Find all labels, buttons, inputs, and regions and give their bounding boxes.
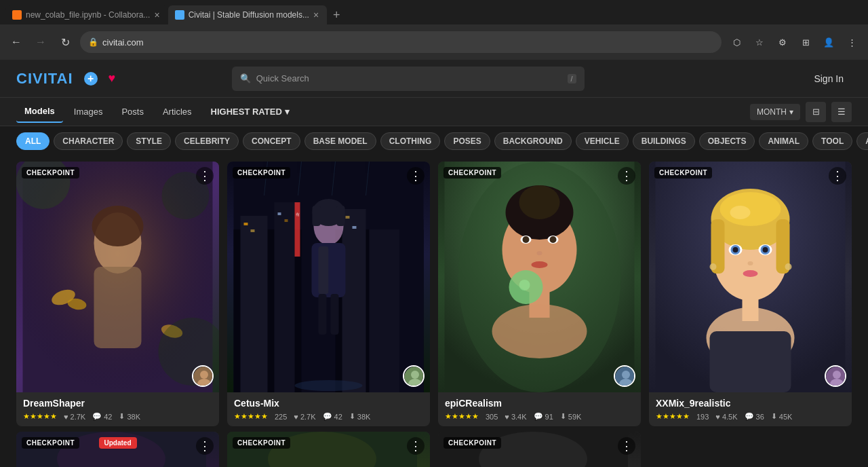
updated-badge: Updated	[99, 437, 137, 449]
card-bottom-2[interactable]: CHECKPOINT ⋮	[227, 432, 430, 467]
card-xxmix-menu[interactable]: ⋮	[829, 167, 846, 185]
cat-celebrity[interactable]: CELEBRITY	[175, 132, 239, 150]
card-cetus-menu[interactable]: ⋮	[407, 167, 425, 185]
back-button[interactable]: ←	[7, 33, 26, 52]
cat-buildings[interactable]: BUILDINGS	[633, 132, 695, 150]
card-bottom-3-menu[interactable]: ⋮	[618, 437, 635, 455]
xxmix-stars: ★★★★★	[656, 412, 690, 421]
sign-in-button[interactable]: Sign In	[806, 69, 852, 88]
layout-button[interactable]: ☰	[831, 102, 852, 122]
svg-rect-16	[241, 216, 268, 392]
card-bottom-3-image: CHECKPOINT ⋮	[438, 432, 641, 467]
profile-button[interactable]: 👤	[819, 33, 838, 52]
cat-animal[interactable]: ANIMAL	[759, 132, 808, 150]
more-button[interactable]: ⋮	[842, 33, 861, 52]
cetus-downloads: ⬇ 38K	[349, 412, 371, 421]
svg-rect-26	[346, 216, 350, 219]
search-bar[interactable]: 🔍 Quick Search /	[232, 67, 585, 91]
card-dreamshapers-info: DreamShaper ★★★★★ ♥ 2.7K 💬 42 ⬇ 38K	[16, 392, 219, 426]
cat-action[interactable]: ACTION	[856, 132, 868, 150]
nav-images[interactable]: Images	[66, 101, 111, 122]
cat-clothing[interactable]: CLOTHING	[380, 132, 441, 150]
card-epic-avatar	[614, 365, 635, 387]
search-shortcut: /	[568, 74, 576, 83]
filter-icon: ⊟	[812, 107, 820, 117]
puzzle-button[interactable]: ⚙	[773, 33, 792, 52]
cetus-likes: ♥ 2.7K	[294, 413, 315, 421]
logo-heart-icon[interactable]: ♥	[108, 71, 116, 86]
browser-tab-colab[interactable]: new_colab_file.ipynb - Collabora... ×	[5, 5, 168, 24]
address-text: civitai.com	[102, 37, 144, 48]
civitai-tab-close[interactable]: ×	[313, 10, 319, 20]
cetus-stars: ★★★★★	[234, 412, 268, 421]
nav-posts[interactable]: Posts	[113, 101, 152, 122]
epic-rating-count: 305	[486, 413, 498, 421]
colab-tab-close[interactable]: ×	[154, 10, 159, 20]
card-epic[interactable]: CHECKPOINT ⋮ epiCRealism ★★★★★ 305 ♥	[438, 162, 641, 426]
address-bar[interactable]: 🔒 civitai.com	[80, 31, 722, 53]
search-icon: 🔍	[240, 73, 251, 83]
cat-base-model[interactable]: BASE MODEL	[304, 132, 376, 150]
colab-tab-label: new_colab_file.ipynb - Collabora...	[26, 10, 150, 20]
card-bottom-2-image: CHECKPOINT ⋮	[227, 432, 430, 467]
subnav-right: MONTH ▾ ⊟ ☰	[750, 102, 852, 122]
card-dreamshapers-stats: ★★★★★ ♥ 2.7K 💬 42 ⬇ 38K	[23, 412, 212, 421]
period-button[interactable]: MONTH ▾	[750, 104, 800, 120]
top-navigation: CIVITAI + ♥ 🔍 Quick Search / Sign In	[0, 60, 868, 98]
xxmix-likes: ♥ 4.5K	[715, 413, 737, 421]
card-xxmix-title: XXMix_9realistic	[656, 398, 845, 409]
split-view-button[interactable]: ⊞	[796, 33, 815, 52]
cat-style[interactable]: STYLE	[127, 132, 171, 150]
card-bottom-2-menu[interactable]: ⋮	[407, 437, 425, 455]
svg-rect-39	[319, 246, 329, 294]
card-xxmix[interactable]: CHECKPOINT ⋮ XXMix_9realistic ★★★★★ 193	[649, 162, 852, 426]
card-bottom-3[interactable]: CHECKPOINT ⋮	[438, 432, 641, 467]
svg-point-83	[785, 263, 792, 270]
nav-articles[interactable]: Articles	[155, 101, 200, 122]
cat-concept[interactable]: CONCEPT	[243, 132, 300, 150]
card-dreamshapers-badge: CHECKPOINT	[22, 167, 79, 179]
svg-point-45	[411, 371, 419, 379]
cat-background[interactable]: BACKGROUND	[494, 132, 572, 150]
browser-actions: ⬡ ☆ ⚙ ⊞ 👤 ⋮	[727, 33, 861, 52]
svg-point-53	[523, 236, 530, 243]
new-tab-button[interactable]: +	[327, 5, 346, 24]
svg-point-56	[537, 251, 542, 255]
filter-button[interactable]: ⊟	[806, 102, 826, 122]
cat-objects[interactable]: OBJECTS	[699, 132, 755, 150]
colab-favicon	[12, 10, 22, 20]
cat-vehicle[interactable]: VEHICLE	[576, 132, 629, 150]
cat-all[interactable]: ALL	[16, 132, 50, 150]
lock-icon: 🔒	[88, 37, 98, 47]
forward-button[interactable]: →	[31, 33, 50, 52]
period-label: MONTH	[757, 107, 787, 117]
refresh-button[interactable]: ↻	[56, 33, 75, 52]
card-cetus[interactable]: 有	[227, 162, 430, 426]
cat-tool[interactable]: TOOL	[812, 132, 852, 150]
card-bottom-1[interactable]: CHECKPOINT Updated ⋮	[16, 432, 219, 467]
search-placeholder: Quick Search	[256, 73, 309, 83]
card-bottom-1-image: CHECKPOINT Updated ⋮	[16, 432, 219, 467]
site-content: CIVITAI + ♥ 🔍 Quick Search / Sign In Mod…	[0, 60, 868, 467]
bookmark-button[interactable]: ☆	[750, 33, 769, 52]
card-dreamshapers-menu[interactable]: ⋮	[196, 167, 214, 185]
svg-rect-37	[337, 206, 345, 226]
epic-likes: ♥ 3.4K	[505, 413, 526, 421]
cat-character[interactable]: CHARACTER	[54, 132, 123, 150]
cat-poses[interactable]: POSES	[444, 132, 490, 150]
svg-point-78	[748, 261, 753, 265]
svg-rect-23	[251, 229, 255, 232]
svg-point-82	[710, 263, 717, 270]
card-bottom-1-menu[interactable]: ⋮	[196, 437, 214, 455]
cetus-rating-count: 225	[275, 413, 287, 421]
logo-plus-button[interactable]: +	[84, 72, 98, 86]
nav-models[interactable]: Models	[16, 100, 63, 123]
highest-rated-button[interactable]: HIGHEST RATED ▾	[203, 102, 298, 121]
card-xxmix-stats: ★★★★★ 193 ♥ 4.5K 💬 36 ⬇ 45K	[656, 412, 845, 421]
svg-rect-3	[94, 267, 142, 348]
card-dreamshapers[interactable]: CHECKPOINT ⋮ DreamShaper ★★★★★ ♥ 2.7K	[16, 162, 219, 426]
extensions-button[interactable]: ⬡	[727, 33, 746, 52]
card-epic-menu[interactable]: ⋮	[618, 167, 635, 185]
browser-tab-civitai[interactable]: Civitai | Stable Diffusion models... ×	[168, 5, 328, 24]
svg-rect-25	[285, 219, 288, 222]
